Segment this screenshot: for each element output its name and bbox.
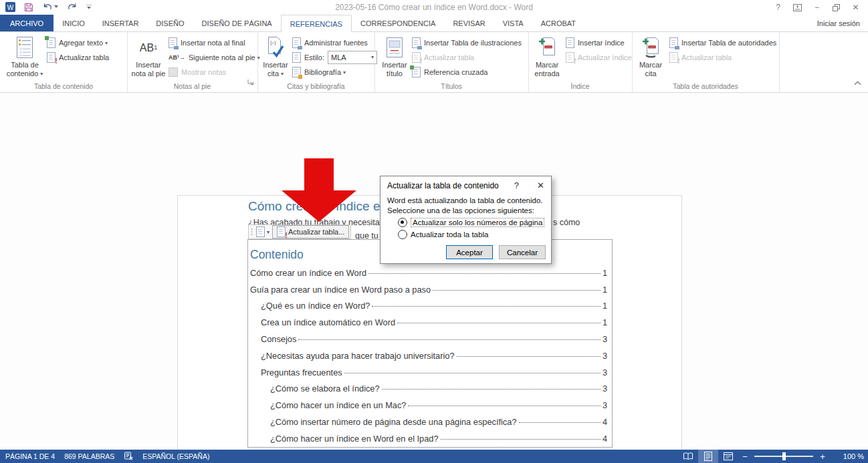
marcar-entrada-button[interactable]: Marcar entrada xyxy=(532,35,562,78)
insertar-nota-al-final-icon xyxy=(169,37,177,48)
mostrar-notas-icon xyxy=(169,67,178,77)
toc-entry[interactable]: ¿Necesitas ayuda para hacer trabajo univ… xyxy=(250,347,607,363)
minimize-button[interactable]: − xyxy=(807,0,827,15)
agregar-texto-icon xyxy=(47,37,56,48)
tab-inicio[interactable]: INICIO xyxy=(53,15,94,31)
dialog-close-button[interactable]: ✕ xyxy=(537,180,544,190)
radio-option-update-entire-table[interactable]: Actualizar toda la tabla xyxy=(398,230,551,239)
web-layout-icon[interactable] xyxy=(718,450,738,463)
tab-diseno[interactable]: DISEÑO xyxy=(147,15,193,31)
toc-entry[interactable]: ¿Cómo se elabora el índice?3 xyxy=(250,380,607,397)
aceptar-button[interactable]: Aceptar xyxy=(446,245,493,259)
toc-field-dropdown-icon[interactable]: ▾ xyxy=(267,229,269,235)
sign-in-link[interactable]: Iniciar sesión xyxy=(817,15,868,31)
page-indicator[interactable]: PÁGINA 1 DE 4 xyxy=(5,452,55,460)
siguiente-nota-icon: AB¹→ xyxy=(169,54,185,61)
collapse-ribbon-icon[interactable] xyxy=(854,80,861,87)
toc-entries: Cómo crear un índice en Word1 Guía para … xyxy=(250,264,607,446)
undo-icon[interactable] xyxy=(42,3,58,11)
svg-text:W: W xyxy=(7,4,14,11)
print-layout-icon[interactable] xyxy=(698,450,718,463)
tab-correspondencia[interactable]: CORRESPONDENCIA xyxy=(352,15,444,31)
toc-entry[interactable]: ¿Qué es un índice en Word?1 xyxy=(250,297,607,314)
redo-icon[interactable] xyxy=(67,3,78,11)
radio-option-update-page-numbers[interactable]: Actualizar solo los números de página xyxy=(398,218,551,227)
bibliografia-icon xyxy=(292,67,301,78)
tabla-autoridades-icon xyxy=(669,37,678,48)
proofing-error-icon[interactable] xyxy=(124,452,133,462)
marcar-cita-button[interactable]: Marcar cita xyxy=(636,35,665,78)
toc-entry[interactable]: Consejos3 xyxy=(250,330,607,347)
tab-acrobat[interactable]: ACROBAT xyxy=(532,15,584,31)
insertar-tabla-ilustraciones-button[interactable]: Insertar Tabla de ilustraciones xyxy=(412,37,522,48)
help-button[interactable]: ? xyxy=(768,0,788,15)
zoom-slider-handle[interactable] xyxy=(782,452,786,460)
language-indicator[interactable]: ESPAÑOL (ESPAÑA) xyxy=(142,452,209,460)
toc-entry[interactable]: Guía para crear un índice en Word paso a… xyxy=(250,281,607,297)
actualizar-tabla-field-button[interactable]: Actualizar tabla... xyxy=(272,225,349,239)
administrar-fuentes-button[interactable]: Administrar fuentes xyxy=(292,37,377,48)
actualizar-tabla-disabled-icon xyxy=(412,52,421,63)
administrar-fuentes-icon xyxy=(292,37,301,48)
marcar-cita-icon xyxy=(641,35,661,59)
tab-diseno-de-pagina[interactable]: DISEÑO DE PÁGINA xyxy=(193,15,281,31)
drag-handle-icon[interactable] xyxy=(251,228,253,236)
save-icon[interactable] xyxy=(24,3,33,12)
group-tabla-de-autoridades: Marcar cita Insertar Tabla de autoridade… xyxy=(632,32,780,92)
toc-entry[interactable]: Crea un índice automático en Word1 xyxy=(250,313,607,330)
actualizar-tabla-autoridades-icon xyxy=(669,52,678,63)
mostrar-notas-button[interactable]: Mostrar notas xyxy=(169,66,260,78)
actualizar-tabla-autoridades-button[interactable]: Actualizar tabla xyxy=(669,51,776,63)
tab-referencias[interactable]: REFERENCIAS xyxy=(281,15,352,32)
zoom-slider[interactable] xyxy=(754,456,813,457)
insertar-titulo-icon xyxy=(386,35,403,59)
tab-revisar[interactable]: REVISAR xyxy=(444,15,494,31)
toc-field-icon[interactable] xyxy=(256,226,265,237)
toc-entry[interactable]: ¿Cómo hacer un índice en un Mac?3 xyxy=(250,396,607,413)
read-mode-icon[interactable] xyxy=(678,450,698,463)
cancelar-button[interactable]: Cancelar xyxy=(499,245,546,259)
word-count[interactable]: 869 PALABRAS xyxy=(64,452,114,460)
ribbon-tabs: ARCHIVO INICIO INSERTAR DISEÑO DISEÑO DE… xyxy=(0,15,868,32)
group-label: Citas y bibliografía xyxy=(257,82,374,90)
dialog-message: Word está actualizando la tabla de conte… xyxy=(381,190,551,215)
insertar-titulo-button[interactable]: Insertar título xyxy=(380,35,409,78)
referencia-cruzada-button[interactable]: Referencia cruzada xyxy=(412,66,522,78)
close-button[interactable]: ✕ xyxy=(846,0,865,15)
toc-entry[interactable]: ¿Cómo insertar número de página desde un… xyxy=(250,413,607,430)
group-label: Tabla de contenido xyxy=(0,82,127,90)
actualizar-indice-button[interactable]: Actualizar índice xyxy=(566,51,632,63)
estilo-select[interactable]: MLA ▾ xyxy=(328,51,377,64)
insertar-cita-button[interactable]: (–) Insertar cita xyxy=(261,35,290,79)
tab-vista[interactable]: VISTA xyxy=(494,15,532,31)
tabla-de-contenido-button[interactable]: Tabla de contenido xyxy=(5,35,44,79)
word-logo-icon[interactable]: W xyxy=(5,2,15,12)
actualizar-tabla-titulos-button[interactable]: Actualizar tabla xyxy=(412,51,522,63)
insertar-nota-al-pie-button[interactable]: AB1 Insertar nota al pie xyxy=(131,35,166,78)
toc-entry[interactable]: Cómo crear un índice en Word1 xyxy=(250,264,607,281)
group-citas-y-bibliografia: (–) Insertar cita Administrar fuentes Es… xyxy=(257,32,375,92)
ribbon-display-options-icon[interactable] xyxy=(788,0,807,15)
tab-insertar[interactable]: INSERTAR xyxy=(94,15,148,31)
toc-entry[interactable]: Preguntas frecuentes3 xyxy=(250,363,607,380)
siguiente-nota-al-pie-button[interactable]: AB¹→ Siguiente nota al pie xyxy=(169,51,260,63)
svg-text:(–): (–) xyxy=(270,40,276,45)
zoom-in-button[interactable]: + xyxy=(816,452,829,462)
word-window: W 2023-05-16 Cómo crear un índice en Wor… xyxy=(0,0,868,463)
restore-button[interactable] xyxy=(827,0,846,15)
insertar-nota-al-final-button[interactable]: Insertar nota al final xyxy=(169,37,260,48)
zoom-out-button[interactable]: − xyxy=(738,452,752,462)
agregar-texto-button[interactable]: Agregar texto xyxy=(47,37,109,48)
estilo-icon xyxy=(292,52,301,63)
toc-entry[interactable]: ¿Cómo hacer un índice en Word en el Ipad… xyxy=(250,430,607,446)
tab-archivo[interactable]: ARCHIVO xyxy=(0,15,53,31)
window-title: 2023-05-16 Cómo crear un índice en Word.… xyxy=(201,3,667,12)
group-label: Títulos xyxy=(374,82,528,90)
qat-customize-icon[interactable] xyxy=(86,5,92,9)
actualizar-tabla-button[interactable]: Actualizar tabla xyxy=(47,51,109,63)
dialog-help-button[interactable]: ? xyxy=(514,180,519,190)
zoom-level[interactable]: 100 % xyxy=(833,452,864,460)
bibliografia-button[interactable]: Bibliografía xyxy=(292,66,377,78)
insertar-indice-button[interactable]: Insertar índice xyxy=(566,37,632,48)
insertar-tabla-autoridades-button[interactable]: Insertar Tabla de autoridades xyxy=(669,37,776,48)
